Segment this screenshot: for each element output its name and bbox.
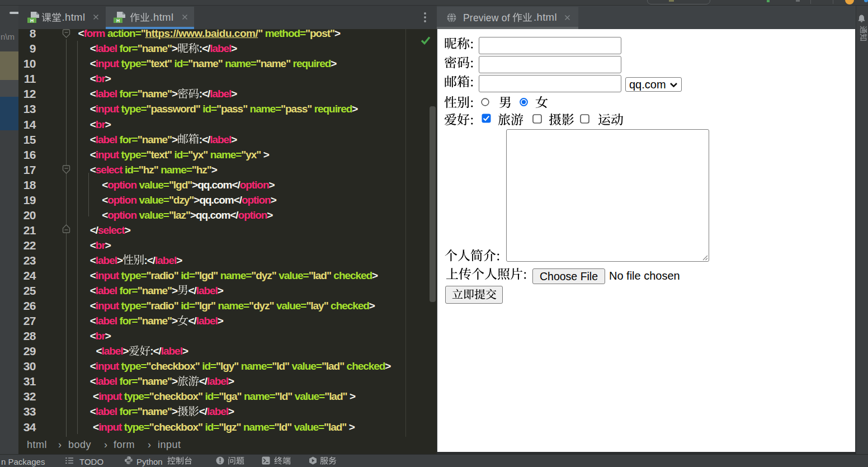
svg-text:H: H bbox=[116, 18, 120, 23]
svg-text:H: H bbox=[30, 18, 34, 23]
